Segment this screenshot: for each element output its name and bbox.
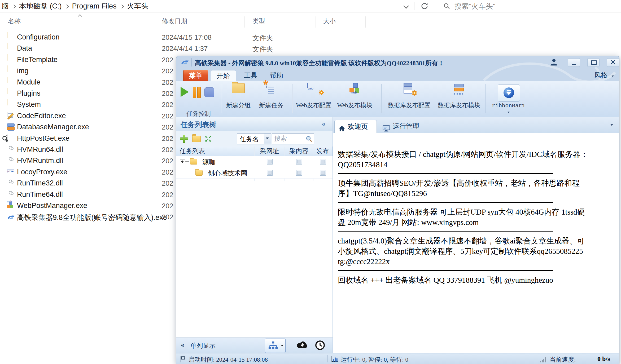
tab-list-dropdown-icon[interactable] <box>610 124 613 126</box>
file-name: RunTime32.dll <box>17 179 63 187</box>
web-publish-config-button[interactable]: web Web发布配置 <box>296 81 332 117</box>
play-button[interactable] <box>181 87 189 97</box>
sort-ascending-icon[interactable] <box>78 14 82 19</box>
breadcrumb-this-pc[interactable]: 脑 <box>2 1 9 11</box>
dropdown-button[interactable] <box>264 134 271 144</box>
file-date: 202 <box>162 179 173 188</box>
speed-value: 0 b/s <box>597 355 610 362</box>
db-publish-config-button[interactable]: 数据库发布配置 <box>387 81 431 117</box>
refresh-icon[interactable] <box>421 2 428 11</box>
clock-icon[interactable] <box>315 340 325 352</box>
divider <box>338 231 553 232</box>
close-button[interactable] <box>607 58 619 67</box>
expand-all-icon[interactable] <box>204 135 212 144</box>
tree-expander-plus-icon[interactable] <box>180 159 185 164</box>
folder-icon <box>195 170 203 176</box>
file-date: 202 <box>162 78 173 87</box>
collapse-left-icon[interactable]: « <box>181 340 184 349</box>
folder-icon <box>190 159 197 165</box>
file-name: CodeEditor.exe <box>17 112 66 120</box>
file-name: Plugins <box>17 89 41 97</box>
breadcrumb-program-files[interactable]: Program Files <box>72 2 116 10</box>
screen: 脑 本地磁盘 (C:) Program Files 火车头 名称 修改日期 类型 <box>0 0 621 364</box>
publish-checkbox[interactable] <box>320 159 326 165</box>
start-time-text: 启动时间: 2024-04-15 17:08:08 <box>189 356 268 364</box>
minimize-button[interactable] <box>568 58 580 67</box>
file-date: 202 <box>162 168 173 176</box>
code-editor-icon <box>7 112 7 117</box>
new-task-button[interactable]: * 新建任务 <box>259 81 283 117</box>
collect-content-checkbox[interactable] <box>296 159 302 165</box>
task-tree-row-group[interactable]: 创心域技术网 <box>176 167 333 179</box>
ad-text: 序】TG@niuseo/QQ815296 <box>338 188 619 199</box>
ribbon-bar1-button[interactable] <box>498 84 520 102</box>
tab-start[interactable]: 开始 <box>210 70 236 81</box>
file-name: DatabaseManager.exe <box>17 123 89 131</box>
column-collect-content[interactable]: 采内容 <box>285 147 313 156</box>
column-collect-url[interactable]: 采网址 <box>254 147 285 156</box>
user-account-icon[interactable] <box>549 58 560 66</box>
divider <box>221 84 221 113</box>
publish-checkbox[interactable] <box>320 170 326 176</box>
explorer-search-input[interactable] <box>454 1 614 12</box>
column-publish[interactable]: 发布 <box>313 147 333 156</box>
db-publish-module-button[interactable]: 数据库发布模块 <box>437 81 481 117</box>
file-row[interactable]: Configuration 2024/4/15 17:08 文件夹 <box>0 32 366 43</box>
task-search-input[interactable] <box>274 134 304 143</box>
chevron-down-icon <box>612 76 614 77</box>
db-publish-config-label: 数据库发布配置 <box>387 101 431 109</box>
divider <box>316 16 316 28</box>
welcome-ad-block: 回收域名 +++ 出老备案域名 QQ 3379188391 飞机 @yuming… <box>338 275 619 285</box>
file-type: 文件夹 <box>252 45 273 54</box>
folder-icon <box>7 44 7 49</box>
collect-content-checkbox[interactable] <box>296 170 302 176</box>
main-content-panel: 欢迎页 运行管理 数据采集/发布模块接口 / chatgpt伪原/网站网页/软件… <box>333 117 619 353</box>
tree-view-button[interactable] <box>265 339 286 353</box>
folder-icon <box>7 100 7 105</box>
tab-tools[interactable]: 工具 <box>240 70 261 81</box>
task-tree-row-group[interactable]: 源咖 <box>176 156 333 167</box>
task-search-box <box>272 133 314 144</box>
style-dropdown[interactable]: 风格 <box>594 71 614 79</box>
column-header-date[interactable]: 修改日期 <box>162 17 187 28</box>
column-task-list[interactable]: 任务列表 <box>176 147 258 156</box>
stop-button[interactable] <box>204 87 214 97</box>
column-header-type[interactable]: 类型 <box>252 17 265 28</box>
maximize-button[interactable] <box>587 58 600 67</box>
tab-run-management[interactable]: 运行管理 <box>379 120 428 132</box>
task-group-name: 源咖 <box>202 158 216 166</box>
chevron-down-icon <box>508 112 509 113</box>
file-row[interactable]: Data 2024/4/14 1:37 文件夹 <box>0 43 366 54</box>
ad-text: 数据采集/发布模块接口 / chatgpt伪原/网站网页/软件开发/IDC域名服… <box>338 149 619 159</box>
ad-text: QQ2051734814 <box>338 159 619 170</box>
pause-button[interactable] <box>193 87 201 97</box>
tab-help[interactable]: 帮助 <box>265 70 288 81</box>
column-header-name[interactable]: 名称 <box>8 17 21 28</box>
divider <box>338 270 553 271</box>
search-field-selector[interactable]: 任务名 <box>237 133 271 144</box>
tab-menu[interactable]: 菜单 <box>183 70 208 82</box>
web-publish-config-label: Web发布配置 <box>296 101 332 109</box>
new-folder-icon[interactable] <box>192 136 201 142</box>
collect-url-checkbox[interactable] <box>267 159 273 165</box>
tab-welcome[interactable]: 欢迎页 <box>334 120 377 133</box>
search-icon[interactable] <box>305 135 313 144</box>
breadcrumb-huochetou[interactable]: 火车头 <box>127 1 148 11</box>
web-publish-module-button[interactable]: web Web发布模块 <box>337 81 373 117</box>
breadcrumb-local-disk-c[interactable]: 本地磁盘 (C:) <box>19 1 62 11</box>
folder-icon <box>7 89 7 94</box>
collect-url-checkbox[interactable] <box>267 170 273 176</box>
new-group-button[interactable]: 新建分组 <box>226 81 250 117</box>
file-date: 202 <box>162 157 173 165</box>
single-column-label[interactable]: 单列显示 <box>190 341 216 350</box>
cloud-download-icon[interactable] <box>296 340 308 350</box>
file-date: 202 <box>162 213 173 221</box>
address-dropdown-icon[interactable] <box>403 3 409 9</box>
dll-gear-document-icon <box>8 179 8 184</box>
org-tree-icon <box>268 341 278 350</box>
file-date: 202 <box>162 101 173 109</box>
collapse-panel-button[interactable]: « <box>322 119 326 128</box>
add-task-icon[interactable] <box>180 135 187 142</box>
divider <box>338 202 553 203</box>
column-header-size[interactable]: 大小 <box>323 17 336 28</box>
